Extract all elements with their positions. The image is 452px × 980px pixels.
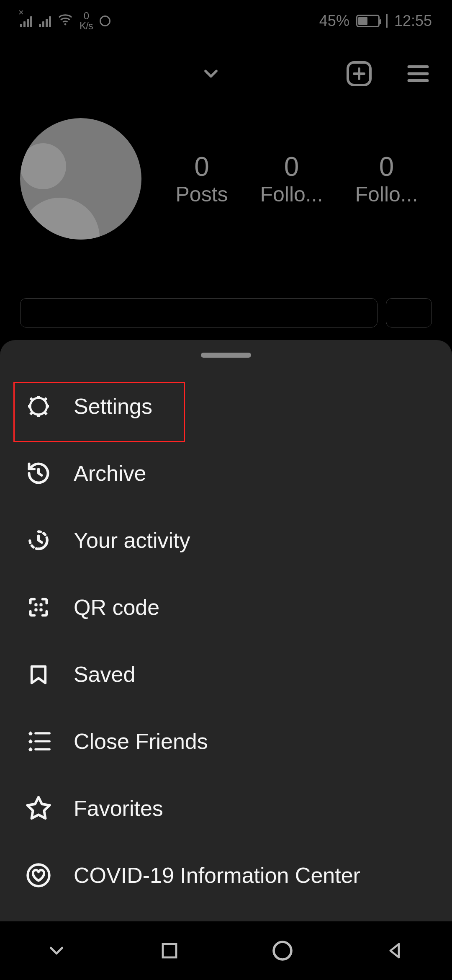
svg-point-20 [28, 864, 49, 886]
menu-item-qr-code[interactable]: QR code [0, 574, 452, 641]
menu-item-label: QR code [74, 595, 159, 620]
stat-following-value: 0 [355, 151, 418, 182]
signal-no-sim-icon [20, 15, 32, 27]
status-bar: 0 K/s 45% 12:55 [0, 0, 452, 42]
network-speed-value: 0 [80, 11, 93, 21]
svg-marker-17 [28, 747, 33, 751]
svg-rect-11 [34, 608, 37, 611]
wifi-icon [58, 12, 73, 30]
nav-hide-keyboard-icon[interactable] [38, 932, 75, 970]
nav-back-button[interactable] [377, 932, 414, 970]
menu-list: Settings Archive Your activity QR code [0, 370, 452, 911]
status-left: 0 K/s [20, 11, 110, 31]
bookmark-icon [23, 659, 54, 689]
highlight-annotation [13, 382, 185, 442]
history-icon [23, 458, 54, 488]
menu-item-activity[interactable]: Your activity [0, 507, 452, 574]
stat-posts[interactable]: 0 Posts [175, 151, 228, 206]
network-speed-unit: K/s [80, 21, 93, 31]
avatar[interactable] [20, 118, 141, 240]
menu-item-archive[interactable]: Archive [0, 440, 452, 507]
battery-icon [356, 15, 380, 27]
sheet-drag-handle[interactable] [201, 353, 251, 358]
stat-posts-value: 0 [175, 151, 228, 182]
menu-item-label: Close Friends [74, 729, 208, 754]
signal-bars-icon [39, 15, 51, 27]
activity-icon [23, 525, 54, 555]
menu-item-label: Your activity [74, 528, 190, 553]
svg-point-0 [64, 23, 67, 26]
stat-following-label: Follo... [355, 182, 418, 206]
avatar-placeholder-head [20, 143, 66, 189]
stat-following[interactable]: 0 Follo... [355, 151, 418, 206]
stat-followers-label: Follo... [260, 182, 323, 206]
nav-home-button[interactable] [264, 932, 301, 970]
network-speed-indicator: 0 K/s [80, 11, 93, 31]
menu-item-favorites[interactable]: Favorites [0, 775, 452, 842]
menu-item-label: COVID-19 Information Center [74, 863, 360, 888]
star-icon [23, 793, 54, 823]
clock: 12:55 [394, 12, 432, 30]
menu-item-saved[interactable]: Saved [0, 641, 452, 708]
stat-followers[interactable]: 0 Follo... [260, 151, 323, 206]
account-switcher-chevron-icon[interactable] [200, 63, 222, 85]
hamburger-menu-button[interactable] [404, 60, 432, 88]
svg-rect-10 [39, 603, 42, 606]
edit-profile-button[interactable] [20, 298, 378, 328]
svg-rect-9 [34, 603, 37, 606]
battery-percent: 45% [319, 12, 349, 30]
menu-item-covid-info[interactable]: COVID-19 Information Center [0, 842, 452, 909]
avatar-placeholder-body [20, 198, 100, 240]
android-nav-bar [0, 921, 452, 980]
svg-marker-15 [28, 739, 33, 743]
menu-item-label: Favorites [74, 796, 163, 821]
status-right: 45% 12:55 [319, 12, 432, 30]
stat-posts-label: Posts [175, 182, 228, 206]
discover-people-button[interactable] [386, 298, 432, 328]
create-post-button[interactable] [344, 59, 374, 89]
menu-item-label: Archive [74, 461, 146, 486]
qr-icon [23, 592, 54, 622]
profile-stats-row: 0 Posts 0 Follo... 0 Follo... [0, 97, 452, 256]
nav-recents-button[interactable] [151, 932, 188, 970]
svg-point-22 [274, 942, 291, 959]
status-circle-icon [100, 15, 110, 26]
svg-marker-23 [390, 944, 399, 957]
stat-followers-value: 0 [260, 151, 323, 182]
svg-rect-21 [163, 944, 176, 957]
status-divider [386, 14, 388, 28]
stats-container: 0 Posts 0 Follo... 0 Follo... [162, 151, 432, 206]
svg-marker-13 [28, 731, 33, 735]
profile-action-buttons [0, 256, 452, 328]
svg-marker-19 [27, 797, 49, 818]
profile-top-bar [0, 42, 452, 97]
svg-rect-12 [39, 608, 42, 611]
menu-item-label: Saved [74, 662, 135, 687]
menu-item-close-friends[interactable]: Close Friends [0, 708, 452, 775]
heart-circle-icon [23, 860, 54, 890]
close-friends-icon [23, 726, 54, 756]
